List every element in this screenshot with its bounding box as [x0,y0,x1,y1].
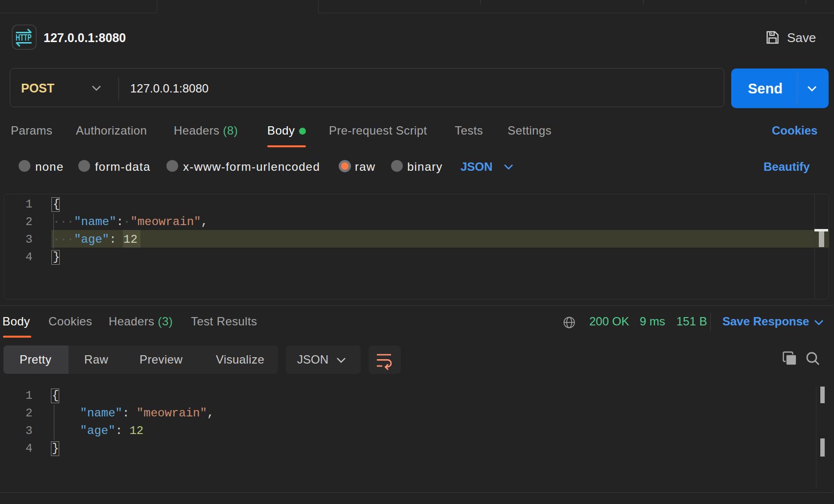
svg-text:HTTP: HTTP [16,32,32,43]
